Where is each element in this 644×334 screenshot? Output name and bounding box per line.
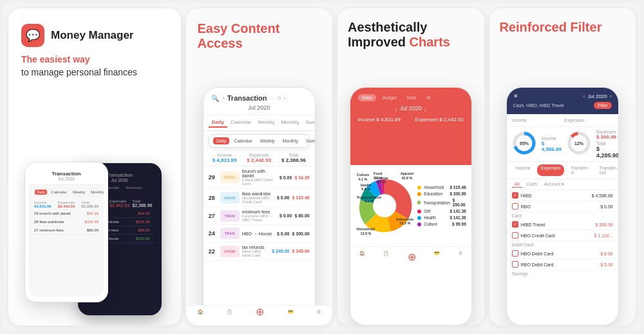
p2-expense-col: Expenses $ 2,442.93 xyxy=(243,153,275,163)
panel4-phone: ✕ ‹ Jul 2020 › Cash, HIBD, HIBD Travel F… xyxy=(506,87,619,326)
p4-income-label: Income xyxy=(512,118,561,123)
lt-row2: 28 Ikea wardrobe $315.48 xyxy=(32,218,101,226)
p3-nav-add[interactable]: ⊕ xyxy=(408,251,416,263)
p4-ftab-all[interactable]: All xyxy=(512,181,522,188)
p2-tab-calendar[interactable]: Calendar xyxy=(227,118,254,128)
p3-chart-section: Apparel42.8 % Transportation8.2 % Health… xyxy=(350,165,471,246)
p4-expense-donut: 12% xyxy=(567,131,591,158)
p3-nav-home[interactable]: 🏠 xyxy=(359,251,365,263)
list-item: ✓ HIBD $ 4,586.89 xyxy=(507,190,618,201)
p2-nav-list[interactable]: 📋 xyxy=(227,309,232,322)
p2-cat-household: HOUS xyxy=(220,192,240,204)
light-tabs: Daily Calendar Weekly Monthly Summary xyxy=(35,190,98,195)
p4-section-card: Card xyxy=(507,212,618,219)
panel4-title-colored: Filter xyxy=(571,20,602,34)
panel2-title-end: Access xyxy=(198,36,243,50)
p2-tr-name-3: minimum fees xyxy=(242,210,277,214)
legend-label-transportation: Transportation xyxy=(423,201,450,205)
p2-title-row: ‹ Transaction ☆ ⚙ › xyxy=(223,94,286,102)
p2-tab-monthly[interactable]: Monthly xyxy=(278,118,302,128)
p2-nav-add[interactable]: ⊕ xyxy=(256,306,264,318)
p4-check-hibo-travel[interactable]: ✓ xyxy=(512,221,518,228)
lt-monthly: Monthly xyxy=(89,190,104,195)
p2-dd-tabs: Daily Calendar Weekly Monthly Summary xyxy=(213,137,305,144)
app-container: 💬 Money Manager The easiest way to manag… xyxy=(3,3,641,331)
legend-amount-gift: $ 141.38 xyxy=(450,209,466,213)
p4-next-icon[interactable]: › xyxy=(610,93,612,99)
p3-nav-accounts[interactable]: 💳 xyxy=(434,251,440,263)
p2-nav-home[interactable]: 🏠 xyxy=(203,309,204,322)
p2-day-22: 22 xyxy=(209,248,218,255)
p3-nav-settings[interactable]: ⚙ xyxy=(459,251,462,263)
legend-amount-education: $ 300.99 xyxy=(450,192,466,196)
p4-filter-button[interactable]: Filter xyxy=(594,102,612,109)
dark-tab-summary: Summary xyxy=(124,185,144,191)
p3-next-icon[interactable]: › xyxy=(424,106,426,113)
p2-cat-other: OTHR xyxy=(220,246,240,257)
p2-tr-amount-4b: $ 300.00 xyxy=(292,231,310,236)
panel2-phone: 🔍 ‹ Transaction ☆ ⚙ › Jul 2020 Daily Cal… xyxy=(203,87,316,326)
p3-income-label: Income $ 4,831.89 xyxy=(358,117,401,123)
p4-check-rbo-debit[interactable] xyxy=(512,261,518,268)
legend-dot-health xyxy=(417,216,421,220)
list-item: Transportation $ 200.00 xyxy=(417,198,466,207)
p4-account-filter-row: Cash, HIBD, HIBD Travel Filter xyxy=(513,102,612,109)
pie-labels: Apparel42.8 % Transportation8.2 % Health… xyxy=(355,170,413,241)
p2-tr-info-1: brunch with daniel Friend HBO Debit Card xyxy=(242,169,277,186)
p3-tab-budget[interactable]: Budget xyxy=(379,94,401,101)
legend-dot-education xyxy=(417,192,421,196)
p3-tab-m[interactable]: M xyxy=(423,94,435,101)
p2-dd-summary[interactable]: Summary xyxy=(303,137,316,144)
p4-check-rbo[interactable] xyxy=(512,203,518,210)
p4-check-hbo-debit[interactable] xyxy=(512,250,518,257)
p2-arrow-left: ‹ xyxy=(223,95,225,101)
p2-dd-calendar[interactable]: Calendar xyxy=(231,137,255,144)
p4-stab-transfer-out[interactable]: Transfer-out xyxy=(596,164,619,176)
expense-donut-svg: 12% xyxy=(567,131,591,155)
pie-legend: Household $ 315.48 Education $ 300.99 Tr… xyxy=(417,170,466,241)
p3-prev-icon[interactable]: ‹ xyxy=(395,106,397,113)
p2-tab-daily[interactable]: Daily xyxy=(209,118,227,128)
table-row: 24 TRAN HBO → House $ 0.00 $ 300.00 xyxy=(204,225,315,242)
p2-tr-sub-1: Friend HBO Debit Card xyxy=(242,178,277,186)
p4-ftab-account[interactable]: Account ▾ xyxy=(542,181,567,188)
p3-tab-stats[interactable]: Stats xyxy=(358,94,376,101)
list-item: RBO $ 0.00 xyxy=(507,201,618,212)
label-food: Food3.7 % xyxy=(374,172,383,180)
p2-dd-daily[interactable]: Daily xyxy=(213,137,230,144)
p3-nav-list[interactable]: 📋 xyxy=(383,251,389,263)
p2-nav-accounts[interactable]: 💳 xyxy=(288,309,294,322)
p4-close-icon[interactable]: ✕ xyxy=(513,93,518,99)
p2-tr-name-5: tax refunds xyxy=(242,245,270,250)
p2-tab-weekly[interactable]: Weekly xyxy=(254,118,278,128)
dark-expenses: Expenses$2,442.93 xyxy=(109,199,129,208)
p2-dd-monthly[interactable]: Monthly xyxy=(279,137,302,144)
legend-label-health: Health xyxy=(424,215,447,220)
p4-amount-hibo-travel: $ 300.99 xyxy=(596,222,613,227)
p4-phone-header: ✕ ‹ Jul 2020 › Cash, HIBD, HIBD Travel F… xyxy=(507,88,618,114)
p4-ftab-cash[interactable]: Cash xyxy=(524,181,540,188)
p4-check-hibd[interactable]: ✓ xyxy=(512,192,518,199)
light-content: Daily Calendar Weekly Monthly Summary In… xyxy=(29,185,104,237)
p2-dd-weekly[interactable]: Weekly xyxy=(257,137,278,144)
app-title: Money Manager xyxy=(51,29,133,42)
p4-amount-rbo: $ 0.00 xyxy=(600,204,612,209)
panel3-phone-container: Stats Budget Note M ‹ Jul 2020 › Income … xyxy=(337,55,484,326)
p4-check-hbo-credit[interactable] xyxy=(512,232,518,239)
p2-bottom-nav: 🏠 📋 ⊕ 💳 ⚙ xyxy=(203,305,316,326)
p2-total-label: Total xyxy=(278,153,310,157)
p4-stab-income[interactable]: Income xyxy=(512,164,535,176)
panel3-title: AestheticallyImproved Charts xyxy=(348,20,474,50)
p2-transaction-title: Transaction xyxy=(227,94,267,102)
p2-tr-sub-2: Household HBO Credit Card xyxy=(242,196,274,204)
p4-account-label: Cash, HIBD, HIBD Travel xyxy=(513,103,564,108)
p2-tr-name-1: brunch with daniel xyxy=(242,169,277,178)
p2-day-24: 24 xyxy=(209,230,218,237)
panel4-header: Reinforced Filter xyxy=(489,8,636,40)
p2-tab-summary[interactable]: Summary xyxy=(302,118,315,128)
p4-stab-transfer-in[interactable]: Transfer-in xyxy=(567,164,592,176)
p4-stab-expenses[interactable]: Expenses xyxy=(537,164,565,176)
p3-tab-note[interactable]: Note xyxy=(403,94,421,101)
p4-prev-icon[interactable]: ‹ xyxy=(583,93,585,99)
list-item: HBO Credit Card $ 1,116... xyxy=(507,230,618,241)
